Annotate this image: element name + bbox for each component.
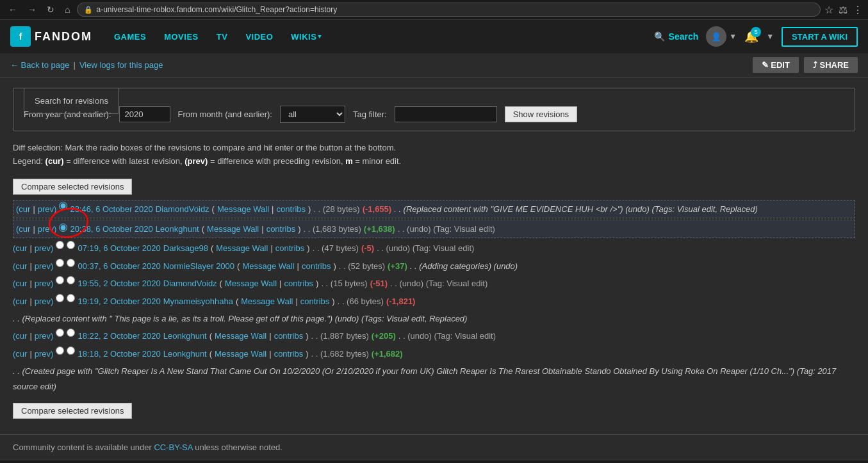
rev-msgwall[interactable]: Message Wall [225,276,277,291]
rev-prev-link[interactable]: prev) [35,329,54,343]
from-year-input[interactable] [119,106,170,122]
prev-label: (prev) [184,156,208,166]
rev-prev-link[interactable]: prev) [35,276,54,291]
revisions-list: (cur | prev) 23:46, 6 October 2020 Diamo… [13,200,855,395]
rev-contribs[interactable]: contribs [300,294,330,309]
rev-extra: . . (undo) (Tag: Visual edit) [390,276,487,291]
table-row: (cur | prev) 20:38, 6 October 2020 Leonk… [13,220,855,238]
back-to-page-link[interactable]: ← Back to page [10,60,70,70]
rev-contribs[interactable]: contribs [266,222,296,236]
refresh-button[interactable]: ↻ [44,3,58,16]
rev-cur-link[interactable]: (cur [16,222,30,236]
rev-contribs[interactable]: contribs [302,259,331,273]
radio-new[interactable] [59,223,67,232]
footer-bar: Unwatch ▲ My Tools ✦ Customize Shortcuts [0,460,868,463]
nav-games[interactable]: GAMES [105,20,155,53]
rev-contribs[interactable]: contribs [277,202,306,216]
browser-bar: ← → ↻ ⌂ 🔒 a-universal-time-roblox.fandom… [0,0,868,20]
rev-msgwall[interactable]: Message Wall [242,259,294,273]
rev-datetime-link[interactable]: 18:18, 2 October 2020 [78,346,160,361]
radio-new-container [59,222,67,236]
diff-info-line1: Diff selection: Mark the radio boxes of … [13,142,855,155]
rev-contribs[interactable]: contribs [274,329,304,343]
rev-bytes: . . (52 bytes) [339,259,385,273]
view-logs-link[interactable]: View logs for this page [79,60,163,70]
nav-tv[interactable]: TV [208,20,237,53]
edit-button[interactable]: ✎ EDIT [753,57,799,73]
rev-msgwall[interactable]: Message Wall [215,329,266,343]
rev-cur-link[interactable]: (cur [16,202,30,216]
radio-old[interactable] [56,294,64,302]
rev-datetime-link[interactable]: 19:19, 2 October 2020 [78,294,160,309]
rev-cur-link[interactable]: (cur [13,346,27,361]
rev-prev-link[interactable]: prev) [35,259,54,273]
notification-badge: 5 [751,27,761,37]
radio-old[interactable] [59,202,67,210]
extensions-icon[interactable]: ⚖ [839,4,848,16]
from-month-select[interactable]: all JanuaryFebruaryMarch AprilMayJune Ju… [280,106,345,123]
rev-cur-link[interactable]: (cur [13,276,27,291]
rev-datetime-link[interactable]: 20:38, 6 October 2020 [70,222,152,236]
address-bar[interactable]: 🔒 a-universal-time-roblox.fandom.com/wik… [77,3,821,17]
fandom-logo[interactable]: f FANDOM [10,26,92,47]
rev-user: Leonkghunt [163,329,207,343]
rev-msgwall[interactable]: Message Wall [217,202,269,216]
forward-button[interactable]: → [24,3,40,16]
radio-old[interactable] [56,346,64,355]
radio-new[interactable] [67,329,75,337]
radio-new[interactable] [67,276,75,284]
compare-bottom-button[interactable]: Compare selected revisions [13,403,132,419]
rev-sep2: ( [209,329,212,343]
compare-top-button[interactable]: Compare selected revisions [13,179,132,195]
rev-cur-link[interactable]: (cur [13,259,27,273]
notification-button[interactable]: 🔔 5 [744,29,758,44]
home-button[interactable]: ⌂ [61,3,73,16]
rev-msgwall[interactable]: Message Wall [207,222,259,236]
rev-datetime-link[interactable]: 00:37, 6 October 2020 [78,259,160,273]
search-button[interactable]: 🔍 Search [654,31,699,42]
nav-movies[interactable]: MOVIES [155,20,208,53]
radio-old[interactable] [56,329,64,337]
show-revisions-button[interactable]: Show revisions [505,106,577,122]
radio-new[interactable] [67,241,75,249]
star-icon[interactable]: ☆ [824,4,833,16]
rev-cur-link[interactable]: (cur [13,329,27,343]
tag-filter-input[interactable] [395,106,497,122]
rev-contribs[interactable]: contribs [275,241,305,256]
rev-datetime-link[interactable]: 07:19, 6 October 2020 [78,241,160,256]
nav-video[interactable]: VIDEO [236,20,282,53]
rev-sep2: ( [212,202,215,216]
rev-msgwall[interactable]: Message Wall [216,241,268,256]
rev-cur-link[interactable]: (cur [13,294,27,309]
rev-datetime-link[interactable]: 23:46, 6 October 2020 [70,202,152,216]
rev-prev-link[interactable]: prev) [35,294,54,309]
radio-old[interactable] [56,259,64,267]
rev-prev-link[interactable]: prev) [38,222,57,236]
menu-icon[interactable]: ⋮ [853,4,863,16]
radio-old[interactable] [56,241,64,249]
rev-contribs[interactable]: contribs [274,346,304,361]
rev-prev-link[interactable]: prev) [35,346,54,361]
rev-msgwall[interactable]: Message Wall [215,346,266,361]
start-wiki-button[interactable]: START A WIKI [782,27,858,47]
rev-datetime-link[interactable]: 19:55, 2 October 2020 [78,276,160,291]
user-menu[interactable]: 👤 ▼ [706,26,737,47]
cc-by-sa-link[interactable]: CC-BY-SA [154,443,192,452]
share-button[interactable]: ⤴ SHARE [804,57,858,73]
rev-sep: | [29,276,31,291]
rev-prev-link[interactable]: prev) [38,202,57,216]
rev-datetime-link[interactable]: 18:22, 2 October 2020 [78,329,160,343]
rev-sep: | [29,294,31,309]
rev-prev-link[interactable]: prev) [35,241,54,256]
rev-cur-link[interactable]: (cur [13,241,27,256]
nav-wikis[interactable]: WIKIS [282,20,331,53]
radio-new[interactable] [67,259,75,267]
back-button[interactable]: ← [5,3,20,16]
rev-contribs[interactable]: contribs [284,276,314,291]
rev-msgwall[interactable]: Message Wall [241,294,293,309]
radio-new[interactable] [67,294,75,302]
rev-bytes: . . (28 bytes) [313,202,359,216]
radio-old[interactable] [56,276,64,284]
radio-new[interactable] [67,346,75,355]
rev-bytes: . . (66 bytes) [338,294,384,309]
